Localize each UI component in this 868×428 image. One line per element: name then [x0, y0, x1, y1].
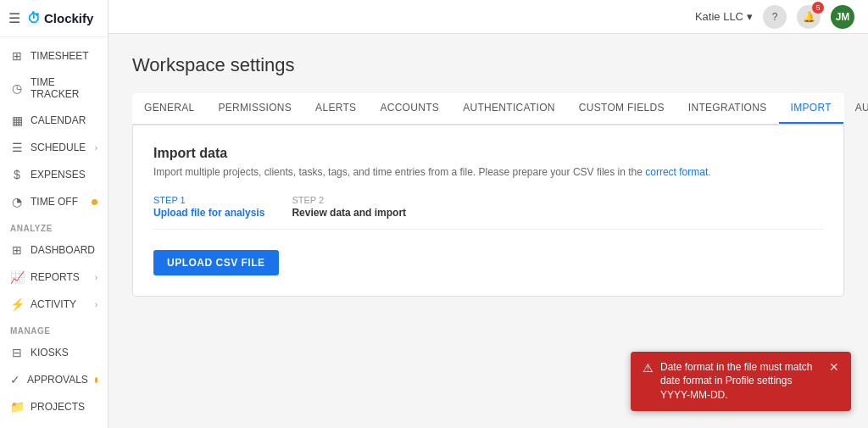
sidebar: ☰ ⏱ Clockify ⊞ TIMESHEET ◷ TIME TRACKER …: [0, 0, 108, 428]
step-2-label: Review data and import: [292, 207, 406, 219]
settings-tabs-container: GENERAL PERMISSIONS ALERTS ACCOUNTS AUTH…: [132, 93, 844, 297]
company-selector[interactable]: Katie LLC ▾: [695, 10, 753, 23]
help-button[interactable]: ?: [763, 5, 787, 29]
upload-csv-button[interactable]: UPLOAD CSV FILE: [153, 250, 279, 275]
tab-integrations[interactable]: INTEGRATIONS: [676, 93, 779, 124]
kiosks-icon: ⊟: [10, 346, 24, 359]
time-off-badge: [92, 199, 97, 205]
tab-permissions[interactable]: PERMISSIONS: [206, 93, 303, 124]
tab-custom-fields[interactable]: CUSTOM FIELDS: [567, 93, 676, 124]
import-desc-text: Import multiple projects, clients, tasks…: [153, 166, 643, 178]
sidebar-item-expenses[interactable]: $ EXPENSES: [0, 161, 108, 188]
sidebar-item-label: EXPENSES: [31, 169, 97, 181]
import-card-body: Import data Import multiple projects, cl…: [133, 125, 843, 296]
sidebar-item-timesheet[interactable]: ⊞ TIMESHEET: [0, 42, 108, 69]
dropdown-arrow-icon: ▾: [747, 10, 753, 23]
import-desc-end: .: [708, 166, 710, 178]
sidebar-item-time-tracker[interactable]: ◷ TIME TRACKER: [0, 69, 108, 107]
timesheet-icon: ⊞: [10, 49, 24, 63]
company-name: Katie LLC: [695, 10, 743, 23]
time-tracker-icon: ◷: [10, 81, 24, 95]
sidebar-item-approvals[interactable]: ✓ APPROVALS: [0, 366, 108, 393]
sidebar-item-label: TIMESHEET: [31, 50, 97, 62]
tab-accounts[interactable]: ACCOUNTS: [368, 93, 451, 124]
hamburger-icon[interactable]: ☰: [8, 10, 20, 26]
sidebar-item-label: ACTIVITY: [31, 298, 88, 310]
sidebar-item-label: TIME OFF: [31, 196, 85, 208]
import-description: Import multiple projects, clients, tasks…: [153, 166, 823, 178]
chevron-right-icon: ›: [95, 300, 97, 309]
step-1: STEP 1 Upload file for analysis: [153, 195, 264, 219]
tab-audit-log[interactable]: AUDIT LOG: [843, 93, 868, 124]
import-steps: STEP 1 Upload file for analysis STEP 2 R…: [153, 195, 823, 230]
correct-format-link[interactable]: correct format: [645, 166, 708, 178]
tab-general[interactable]: GENERAL: [132, 93, 206, 124]
schedule-icon: ☰: [10, 141, 24, 154]
reports-icon: 📈: [10, 270, 24, 284]
sidebar-header: ☰ ⏱ Clockify: [0, 0, 108, 37]
sidebar-item-calendar[interactable]: ▦ CALENDAR: [0, 107, 108, 134]
notifications-button[interactable]: 🔔 5: [797, 5, 821, 29]
sidebar-item-kiosks[interactable]: ⊟ KIOSKS: [0, 339, 108, 366]
avatar-initials: JM: [836, 11, 850, 23]
import-card: Import data Import multiple projects, cl…: [132, 125, 844, 297]
step-2-number: STEP 2: [292, 195, 406, 205]
toast-close-button[interactable]: ✕: [829, 360, 839, 374]
sidebar-item-time-off[interactable]: ◔ TIME OFF: [0, 188, 108, 215]
step-1-label: Upload file for analysis: [153, 207, 264, 219]
chevron-right-icon: ›: [95, 143, 97, 153]
app-name: Clockify: [44, 11, 93, 25]
sidebar-item-schedule[interactable]: ☰ SCHEDULE ›: [0, 134, 108, 161]
sidebar-item-activity[interactable]: ⚡ ACTIVITY ›: [0, 291, 108, 318]
tab-import[interactable]: IMPORT: [779, 93, 843, 124]
tab-authentication[interactable]: AUTHENTICATION: [451, 93, 567, 124]
approvals-badge: [95, 377, 97, 383]
sidebar-item-label: SCHEDULE: [31, 142, 88, 153]
sidebar-item-label: KIOSKS: [31, 347, 97, 359]
notification-badge: 5: [812, 2, 824, 14]
chevron-right-icon: ›: [95, 273, 97, 282]
tabs-bar: GENERAL PERMISSIONS ALERTS ACCOUNTS AUTH…: [132, 93, 844, 125]
sidebar-nav: ⊞ TIMESHEET ◷ TIME TRACKER ▦ CALENDAR ☰ …: [0, 37, 108, 428]
dashboard-icon: ⊞: [10, 243, 24, 257]
calendar-icon: ▦: [10, 114, 24, 127]
sidebar-item-label: APPROVALS: [27, 374, 88, 386]
page-title: Workspace settings: [132, 54, 844, 76]
user-avatar[interactable]: JM: [831, 5, 854, 29]
sidebar-item-label: CALENDAR: [31, 114, 97, 126]
activity-icon: ⚡: [10, 297, 24, 311]
tab-alerts[interactable]: ALERTS: [303, 93, 368, 124]
manage-section-label: MANAGE: [0, 318, 108, 339]
sidebar-item-team[interactable]: 👥 TEAM: [0, 420, 108, 428]
projects-icon: 📁: [10, 400, 24, 414]
import-title: Import data: [153, 146, 823, 161]
toast-message: Date format in the file must match date …: [660, 360, 822, 403]
sidebar-item-label: DASHBOARD: [31, 244, 97, 256]
time-off-icon: ◔: [10, 195, 24, 208]
logo-icon: ⏱: [27, 11, 41, 26]
sidebar-item-projects[interactable]: 📁 PROJECTS: [0, 393, 108, 420]
toast-notification: ⚠ Date format in the file must match dat…: [631, 352, 851, 411]
analyze-section-label: ANALYZE: [0, 215, 108, 236]
sidebar-item-reports[interactable]: 📈 REPORTS ›: [0, 264, 108, 291]
bell-icon: 🔔: [803, 11, 815, 23]
step-2: STEP 2 Review data and import: [292, 195, 406, 219]
logo: ⏱ Clockify: [27, 11, 93, 26]
sidebar-item-label: TIME TRACKER: [31, 76, 97, 100]
topbar: Katie LLC ▾ ? 🔔 5 JM: [108, 0, 868, 34]
sidebar-item-label: PROJECTS: [31, 401, 97, 413]
approvals-icon: ✓: [10, 373, 20, 386]
sidebar-item-dashboard[interactable]: ⊞ DASHBOARD: [0, 236, 108, 264]
step-1-number: STEP 1: [153, 195, 264, 205]
sidebar-item-label: REPORTS: [31, 271, 88, 283]
expenses-icon: $: [10, 168, 24, 181]
question-mark-icon: ?: [772, 11, 778, 23]
warning-icon: ⚠: [643, 361, 654, 375]
